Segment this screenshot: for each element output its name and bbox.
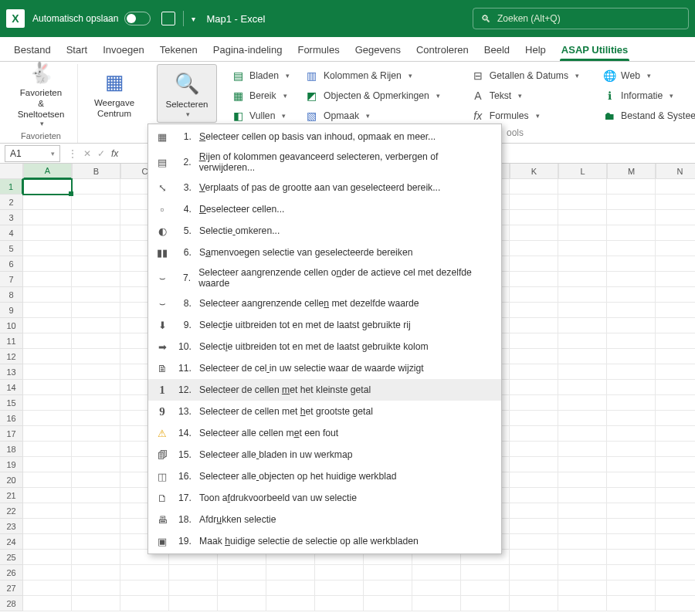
cell[interactable] [607,179,656,195]
bereik-button[interactable]: ▦Bereik▾ [228,87,293,104]
row-header[interactable]: 16 [0,411,23,426]
row-header[interactable]: 11 [0,333,23,349]
cell[interactable] [607,241,656,256]
cell[interactable] [656,503,695,519]
weergave-centrum-button[interactable]: ▦ Weergave Centrum [84,64,144,123]
cell[interactable] [510,272,558,287]
name-box-dropdown-icon[interactable]: ▾ [51,150,55,157]
menu-item-12[interactable]: 112.Selecteer de cellen met het kleinste… [148,379,501,401]
cell[interactable] [510,395,558,411]
cell[interactable] [656,411,695,426]
row-header[interactable]: 13 [0,364,23,380]
cell[interactable] [607,364,656,380]
cell[interactable] [558,241,607,256]
menu-item-18[interactable]: 🖶18.Afdrukken selectie [148,509,501,530]
cell[interactable] [364,565,412,580]
cell[interactable] [656,364,695,380]
cell[interactable] [656,426,695,442]
qat-dropdown-icon[interactable]: ▾ [192,15,195,23]
cell[interactable] [510,596,558,611]
cell[interactable] [510,519,558,534]
cell[interactable] [656,550,695,565]
menu-item-10[interactable]: ➡10.Selectie uitbreiden tot en met de la… [148,336,501,357]
cell[interactable] [510,457,558,472]
menu-item-3[interactable]: ⤡3.Verplaats of pas de grootte aan van g… [148,177,501,198]
cell[interactable] [461,596,510,611]
cell[interactable] [23,596,72,611]
column-header[interactable]: L [558,164,607,179]
cell[interactable] [169,596,218,611]
cell[interactable] [656,596,695,611]
row-header[interactable]: 24 [0,534,23,550]
cell[interactable] [72,333,120,349]
cell[interactable] [656,303,695,318]
cell[interactable] [558,195,607,210]
cell[interactable] [558,364,607,380]
row-header[interactable]: 17 [0,426,23,442]
cell[interactable] [218,565,266,580]
cell[interactable] [72,565,120,580]
cell[interactable] [656,395,695,411]
menu-item-7[interactable]: ⌣7.Selecteer aangrenzende cellen onder d… [148,263,501,293]
cell[interactable] [169,580,218,596]
cell[interactable] [72,303,120,318]
cell[interactable] [558,550,607,565]
cell[interactable] [558,442,607,457]
cell[interactable] [72,472,120,488]
cell[interactable] [23,457,72,472]
row-header[interactable]: 14 [0,380,23,395]
cell[interactable] [23,287,72,303]
cell[interactable] [266,596,315,611]
menu-item-16[interactable]: ◫16.Selecteer alle objecten op het huidi… [148,465,501,487]
cell[interactable] [656,457,695,472]
cell[interactable] [558,256,607,272]
row-header[interactable]: 12 [0,349,23,364]
cell[interactable] [558,272,607,287]
cell[interactable] [607,534,656,550]
cell[interactable] [656,195,695,210]
menu-item-1[interactable]: ▦1.Selecteer cellen op basis van inhoud,… [148,126,501,147]
cell[interactable] [558,349,607,364]
cell[interactable] [510,534,558,550]
cell[interactable] [607,256,656,272]
cell[interactable] [23,179,72,195]
tab-home[interactable]: Start [59,39,95,61]
cell[interactable] [558,395,607,411]
cell[interactable] [656,241,695,256]
cell[interactable] [364,596,412,611]
cell[interactable] [510,241,558,256]
tekst-button[interactable]: ATekst▾ [468,87,582,104]
menu-item-9[interactable]: ⬇9.Selectie uitbreiden tot en met de laa… [148,314,501,336]
cell[interactable] [607,318,656,333]
cell[interactable] [23,241,72,256]
informatie-button[interactable]: ℹInformatie▾ [599,87,695,104]
cell[interactable] [607,580,656,596]
cell[interactable] [72,272,120,287]
menu-item-19[interactable]: ▣19.Maak huidige selectie de selectie op… [148,530,501,552]
cell[interactable] [510,488,558,503]
menu-item-2[interactable]: ▤2.Rijen of kolommen geavanceerd selecte… [148,147,501,177]
cell[interactable] [558,333,607,349]
row-header[interactable]: 19 [0,457,23,472]
formula-cancel-icon[interactable]: ✕ [83,148,91,159]
cell[interactable] [72,225,120,241]
cell[interactable] [510,225,558,241]
cell[interactable] [656,272,695,287]
row-header[interactable]: 27 [0,580,23,596]
cell[interactable] [72,195,120,210]
cell[interactable] [607,596,656,611]
cell[interactable] [315,580,364,596]
cell[interactable] [72,349,120,364]
tab-draw[interactable]: Tekenen [152,39,205,61]
cell[interactable] [607,488,656,503]
opmaak-button[interactable]: ▧Opmaak▾ [302,107,443,124]
cell[interactable] [23,442,72,457]
cell[interactable] [72,442,120,457]
column-header[interactable]: K [510,164,558,179]
cell[interactable] [558,287,607,303]
cell[interactable] [558,318,607,333]
cell[interactable] [218,596,266,611]
cell[interactable] [510,380,558,395]
row-header[interactable]: 28 [0,596,23,611]
cell[interactable] [72,426,120,442]
